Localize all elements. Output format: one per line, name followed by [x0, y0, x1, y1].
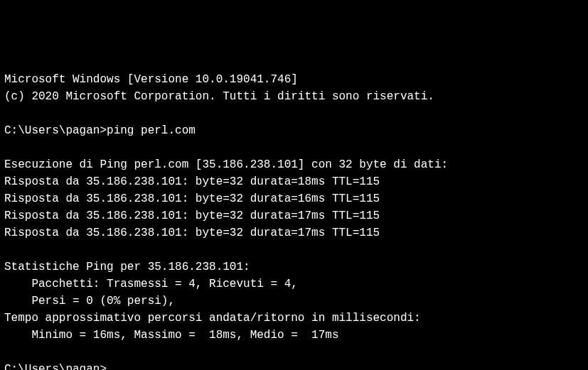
- ping-execution-line: Esecuzione di Ping perl.com [35.186.238.…: [4, 156, 584, 173]
- ping-reply-line: Risposta da 35.186.238.101: byte=32 dura…: [4, 173, 584, 190]
- blank-line: [4, 105, 584, 122]
- blank-line: [4, 344, 584, 361]
- lost-line: Persi = 0 (0% persi),: [4, 293, 584, 310]
- stats-header-line: Statistiche Ping per 35.186.238.101:: [4, 259, 584, 276]
- rtt-values-line: Minimo = 16ms, Massimo = 18ms, Medio = 1…: [4, 327, 584, 344]
- current-prompt-line: C:\Users\pagan>: [4, 361, 584, 370]
- copyright-line: (c) 2020 Microsoft Corporation. Tutti i …: [4, 88, 584, 105]
- prompt-command-line: C:\Users\pagan>ping perl.com: [4, 122, 584, 139]
- packets-line: Pacchetti: Trasmessi = 4, Ricevuti = 4,: [4, 276, 584, 293]
- ping-reply-line: Risposta da 35.186.238.101: byte=32 dura…: [4, 224, 584, 241]
- blank-line: [4, 139, 584, 156]
- ping-reply-line: Risposta da 35.186.238.101: byte=32 dura…: [4, 207, 584, 224]
- prompt-text: C:\Users\pagan>: [4, 361, 107, 370]
- blank-line: [4, 241, 584, 259]
- version-line: Microsoft Windows [Versione 10.0.19041.7…: [4, 71, 584, 88]
- rtt-header-line: Tempo approssimativo percorsi andata/rit…: [4, 310, 584, 327]
- terminal-output[interactable]: Microsoft Windows [Versione 10.0.19041.7…: [4, 71, 584, 370]
- ping-command: ping perl.com: [107, 122, 196, 139]
- ping-reply-line: Risposta da 35.186.238.101: byte=32 dura…: [4, 190, 584, 207]
- prompt-text: C:\Users\pagan>: [4, 122, 107, 139]
